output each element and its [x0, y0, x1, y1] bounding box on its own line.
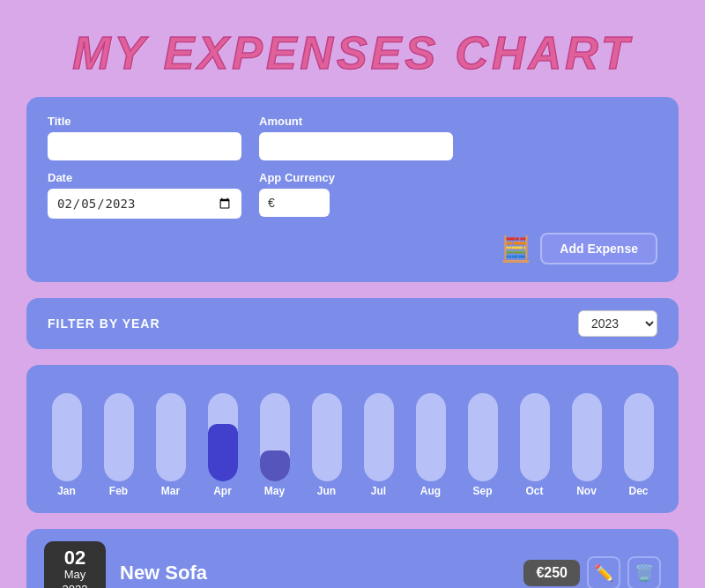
bar-feb: Feb	[93, 393, 145, 497]
expense-item-1: 02 May 2023 New Sofa €250 ✏️ 🗑️	[26, 529, 679, 588]
form-row-2: Date App Currency	[48, 171, 657, 219]
expense-amount-1: €250	[523, 560, 580, 586]
bar-label-aug: Aug	[420, 485, 441, 497]
filter-card: FILTER BY YEAR 2021 2022 2023 2024	[26, 298, 679, 349]
bar-label-may: May	[264, 485, 285, 497]
page-title: MY EXPENSES CHART	[0, 0, 705, 97]
bar-fill-apr	[208, 424, 238, 481]
expense-day-1: 02	[49, 548, 100, 568]
bar-label-sep: Sep	[472, 485, 492, 497]
title-input[interactable]	[48, 132, 241, 160]
chart-container: Jan Feb Mar Apr May Jun	[41, 383, 664, 497]
calculator-icon: 🧮	[501, 234, 531, 264]
bar-jan: Jan	[41, 393, 93, 497]
bar-apr: Apr	[197, 393, 249, 497]
title-label: Title	[48, 115, 241, 128]
amount-label: Amount	[259, 115, 453, 128]
bar-label-feb: Feb	[109, 485, 128, 497]
bar-label-mar: Mar	[161, 485, 180, 497]
bar-label-jun: Jun	[317, 485, 336, 497]
currency-group: App Currency	[259, 171, 335, 219]
title-group: Title	[48, 115, 241, 160]
bar-oct: Oct	[508, 393, 560, 497]
currency-input[interactable]	[259, 189, 330, 217]
bar-label-oct: Oct	[525, 485, 543, 497]
expense-year-1: 2023	[49, 583, 100, 588]
amount-group: Amount	[259, 115, 453, 160]
bar-jun: Jun	[301, 393, 352, 497]
chart-card: Jan Feb Mar Apr May Jun	[26, 365, 679, 513]
bar-track-jan	[52, 393, 82, 481]
bar-track-feb	[104, 393, 134, 481]
bar-track-mar	[156, 393, 186, 481]
bar-jul: Jul	[352, 393, 404, 497]
add-expense-button[interactable]: Add Expense	[540, 233, 657, 264]
bar-track-dec	[624, 393, 654, 481]
expense-actions-1: €250 ✏️ 🗑️	[523, 556, 661, 588]
expense-date-box-1: 02 May 2023	[44, 541, 106, 588]
bar-track-jul	[364, 393, 394, 481]
bar-track-apr	[208, 393, 238, 481]
bar-mar: Mar	[145, 393, 197, 497]
bar-track-oct	[520, 393, 550, 481]
bar-aug: Aug	[404, 393, 456, 497]
date-group: Date	[48, 171, 241, 219]
form-row-1: Title Amount	[48, 115, 657, 160]
expense-month-1: May	[49, 568, 100, 583]
filter-label: FILTER BY YEAR	[48, 316, 160, 331]
form-actions: 🧮 Add Expense	[48, 233, 657, 264]
delete-expense-button-1[interactable]: 🗑️	[627, 556, 661, 588]
bar-nov: Nov	[560, 393, 612, 497]
bar-track-jun	[312, 393, 342, 481]
bar-label-nov: Nov	[576, 485, 597, 497]
bar-label-dec: Dec	[628, 485, 648, 497]
date-label: Date	[48, 171, 241, 184]
currency-label: App Currency	[259, 171, 335, 184]
bar-track-nov	[572, 393, 602, 481]
date-input[interactable]	[48, 189, 241, 219]
expense-title-1: New Sofa	[120, 562, 509, 584]
year-select[interactable]: 2021 2022 2023 2024	[578, 310, 657, 337]
bar-dec: Dec	[612, 393, 664, 497]
expense-form-card: Title Amount Date App Currency 🧮 Add Exp…	[26, 97, 679, 282]
bar-track-may	[260, 393, 290, 481]
bar-label-jan: Jan	[57, 485, 76, 497]
bar-fill-may	[260, 450, 290, 481]
amount-input[interactable]	[259, 132, 453, 160]
edit-expense-button-1[interactable]: ✏️	[587, 556, 620, 588]
bar-label-apr: Apr	[213, 485, 232, 497]
bar-sep: Sep	[456, 393, 508, 497]
bar-track-aug	[416, 393, 446, 481]
bar-label-jul: Jul	[371, 485, 386, 497]
bar-may: May	[249, 393, 301, 497]
bar-track-sep	[468, 393, 498, 481]
